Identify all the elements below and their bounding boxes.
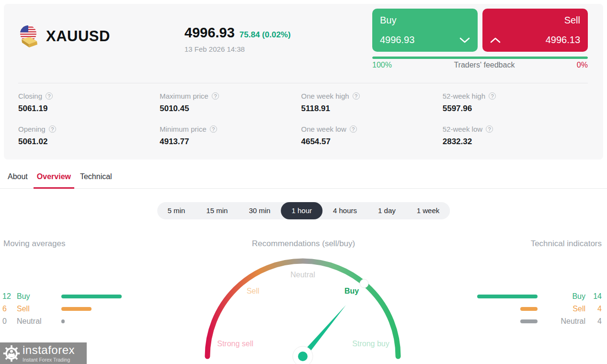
instaforex-watermark: instaforex Instant Forex Trading (0, 342, 87, 364)
ma-sell-label: Sell (17, 305, 61, 313)
ma-sell-row: 6 Sell (2, 303, 122, 315)
timeframe-4hours[interactable]: 4 hours (322, 202, 367, 219)
tab-about[interactable]: About (4, 171, 31, 189)
stat-label: Closing (18, 92, 42, 100)
gauge-label-buy: Buy (344, 287, 359, 295)
stat-value: 5597.96 (443, 104, 584, 114)
stat-value: 5010.45 (160, 104, 301, 114)
gauge-label-strong-buy: Strong buy (352, 340, 389, 348)
ti-neutral-label: Neutral (545, 317, 585, 326)
timeframe-1day[interactable]: 1 day (367, 202, 406, 219)
ti-buy-bar (477, 295, 538, 298)
ti-buy-row: Buy 14 (477, 290, 602, 303)
ti-buy-count: 14 (585, 292, 602, 301)
ma-neutral-bar (61, 319, 65, 323)
watermark-tagline: Instant Forex Trading (23, 357, 75, 363)
ma-buy-count: 12 (2, 292, 17, 301)
recommendations-heading: Recommendations (sell/buy) (0, 239, 607, 249)
help-icon[interactable]: ? (210, 125, 217, 133)
timeframe-1hour[interactable]: 1 hour (281, 202, 322, 219)
ma-sell-bar (61, 307, 92, 311)
stats-grid: Closing? 5061.19 Maximum price? 5010.45 … (18, 92, 584, 147)
ti-sell-row: Sell 4 (477, 303, 602, 315)
help-icon[interactable]: ? (46, 92, 53, 100)
stat-52-week-high: 52-week high? 5597.96 (443, 92, 584, 114)
help-icon[interactable]: ? (49, 125, 56, 133)
ti-sell-count: 4 (585, 305, 602, 313)
ma-neutral-row: 0 Neutral (2, 315, 122, 328)
stat-value: 5061.02 (18, 137, 160, 147)
tab-technical[interactable]: Technical (77, 171, 115, 189)
stat-value: 4913.77 (160, 137, 301, 147)
last-price: 4996.93 (184, 25, 235, 41)
stat-value: 5118.91 (301, 104, 443, 114)
traders-feedback-buy-fill (372, 57, 588, 59)
technical-indicators-heading: Technical indicators (531, 239, 602, 249)
stat-label: 52-week high (443, 92, 485, 100)
traders-feedback-bar (372, 57, 588, 59)
stat-maximum-price: Maximum price? 5010.45 (160, 92, 301, 114)
sell-button[interactable]: Sell 4996.13 (482, 9, 588, 52)
stat-label: One week low (301, 125, 346, 133)
stat-label: One week high (301, 92, 349, 100)
gauge-marker-dot (360, 279, 368, 288)
instrument-symbol: XAUUSD (46, 28, 110, 45)
stat-opening: Opening? 5061.02 (18, 125, 160, 147)
technical-indicators-summary: Buy 14 Sell 4 Neutral 4 (477, 290, 602, 328)
timeframe-30min[interactable]: 30 min (238, 202, 281, 219)
stat-one-week-high: One week high? 5118.91 (301, 92, 443, 114)
ma-buy-row: 12 Buy (2, 290, 122, 303)
feedback-buy-percent: 100% (372, 61, 392, 69)
stat-label: 52-week low (443, 125, 482, 133)
price-block: 4996.93 75.84 (0.02%) 13 Feb 2026 14:38 (184, 25, 291, 53)
buy-button-label: Buy (380, 15, 396, 26)
ti-neutral-row: Neutral 4 (477, 315, 602, 328)
help-icon[interactable]: ? (486, 125, 493, 133)
timeframe-selector: 5 min 15 min 30 min 1 hour 4 hours 1 day… (157, 202, 450, 219)
gauge-pivot-inner (298, 352, 308, 361)
moving-averages-summary: 12 Buy 6 Sell 0 Neutral (2, 290, 122, 328)
recommendation-gauge: Neutral Sell Buy Strong sell Strong buy (195, 251, 411, 364)
ti-sell-bar (520, 307, 538, 311)
help-icon[interactable]: ? (212, 92, 219, 100)
timeframe-15min[interactable]: 15 min (195, 202, 238, 219)
instrument-header: XAUUSD (16, 23, 110, 50)
help-icon[interactable]: ? (353, 92, 360, 100)
tab-overview[interactable]: Overview (34, 171, 74, 189)
ti-neutral-bar (520, 319, 538, 323)
feedback-sell-percent: 0% (577, 61, 588, 69)
xauusd-gold-flag-icon (16, 23, 42, 50)
panel-divider (18, 83, 588, 83)
ma-sell-count: 6 (2, 305, 17, 313)
gauge-label-strong-sell: Strong sell (217, 340, 253, 348)
ma-neutral-label: Neutral (17, 317, 61, 326)
help-icon[interactable]: ? (350, 125, 357, 133)
instaforex-gear-logo-icon (3, 344, 20, 363)
buy-button[interactable]: Buy 4996.93 (372, 9, 478, 52)
timeframe-1week[interactable]: 1 week (406, 202, 450, 219)
feedback-label: Traders' feedback (454, 61, 515, 69)
stat-value: 4654.57 (301, 137, 443, 147)
help-icon[interactable]: ? (489, 92, 496, 100)
chevron-down-icon (459, 37, 470, 43)
instrument-summary-panel: XAUUSD 4996.93 75.84 (0.02%) 13 Feb 2026… (4, 4, 603, 159)
stat-minimum-price: Minimum price? 4913.77 (160, 125, 301, 147)
price-change: 75.84 (0.02%) (240, 30, 291, 40)
stat-value: 5061.19 (18, 104, 160, 114)
stat-closing: Closing? 5061.19 (18, 92, 160, 114)
ma-buy-label: Buy (17, 292, 61, 301)
gauge-label-sell: Sell (247, 287, 260, 295)
stat-one-week-low: One week low? 4654.57 (301, 125, 443, 147)
sell-button-label: Sell (564, 15, 580, 26)
price-timestamp: 13 Feb 2026 14:38 (184, 45, 291, 53)
ti-neutral-count: 4 (585, 317, 602, 326)
chevron-up-icon (490, 37, 501, 43)
gauge-label-neutral: Neutral (290, 271, 315, 279)
stat-label: Maximum price (160, 92, 208, 100)
buy-price: 4996.93 (380, 34, 414, 46)
sell-price: 4996.13 (546, 34, 580, 46)
watermark-brand: instaforex (23, 344, 75, 356)
ma-neutral-count: 0 (2, 317, 17, 326)
timeframe-5min[interactable]: 5 min (157, 202, 196, 219)
stat-52-week-low: 52-week low? 2832.32 (443, 125, 584, 147)
